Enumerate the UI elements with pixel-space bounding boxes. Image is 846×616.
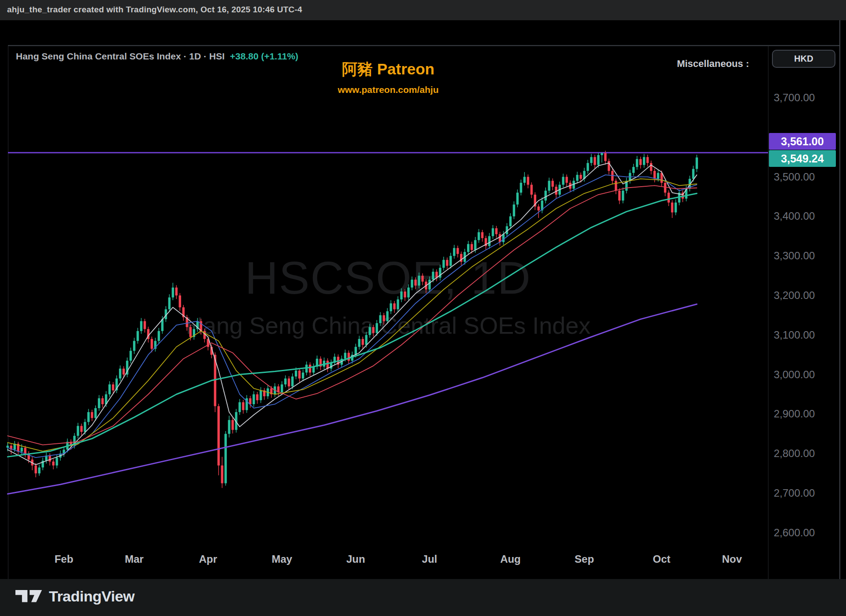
- ma-red[interactable]: [7, 185, 697, 445]
- time-axis-label-jun: Jun: [346, 553, 365, 565]
- last-price-badge[interactable]: 3,549.24: [769, 150, 836, 167]
- tradingview-logo-icon: [15, 590, 43, 603]
- ma-purple-200[interactable]: [7, 304, 697, 494]
- time-axis-label-feb: Feb: [55, 553, 74, 565]
- time-axis-label-nov: Nov: [722, 553, 742, 565]
- ma-blue[interactable]: [7, 175, 697, 457]
- price-axis-label: 3,100.00: [774, 329, 815, 341]
- price-axis-label: 2,700.00: [774, 487, 815, 499]
- tradingview-brand-text: TradingView: [49, 588, 134, 605]
- price-axis-label: 3,500.00: [774, 171, 815, 183]
- price-axis-label: 3,200.00: [774, 289, 815, 302]
- tradingview-logo[interactable]: TradingView: [15, 588, 134, 605]
- promo-url: www.patreon.com/ahju: [8, 85, 768, 95]
- time-axis-label-aug: Aug: [500, 553, 521, 565]
- price-axis-label: 3,300.00: [774, 250, 815, 262]
- price-axis-label: 2,600.00: [774, 527, 815, 539]
- tradingview-snapshot: ahju_the_trader created with TradingView…: [0, 0, 846, 616]
- price-axis-label: 3,000.00: [774, 369, 815, 381]
- miscellaneous-label: Miscellaneous :: [608, 58, 749, 70]
- currency-button[interactable]: HKD: [772, 50, 835, 68]
- footer-bar: TradingView: [0, 579, 846, 616]
- time-axis-label-may: May: [271, 553, 292, 565]
- attribution-text: ahju_the_trader created with TradingView…: [7, 5, 302, 15]
- candlestick-series: [7, 151, 698, 488]
- time-axis-label-apr: Apr: [199, 553, 217, 565]
- time-axis-label-sep: Sep: [575, 553, 594, 565]
- price-axis-label: 3,400.00: [774, 210, 815, 222]
- price-axis-label: 3,700.00: [774, 92, 815, 104]
- price-axis-label: 2,800.00: [774, 447, 815, 460]
- price-axis-label: 2,900.00: [774, 408, 815, 420]
- time-axis-label-mar: Mar: [125, 553, 144, 565]
- time-axis-label-jul: Jul: [422, 553, 438, 565]
- attribution-bar: ahju_the_trader created with TradingView…: [0, 0, 846, 20]
- level-price-badge[interactable]: 3,561.00: [769, 133, 836, 150]
- time-axis-label-oct: Oct: [653, 553, 671, 565]
